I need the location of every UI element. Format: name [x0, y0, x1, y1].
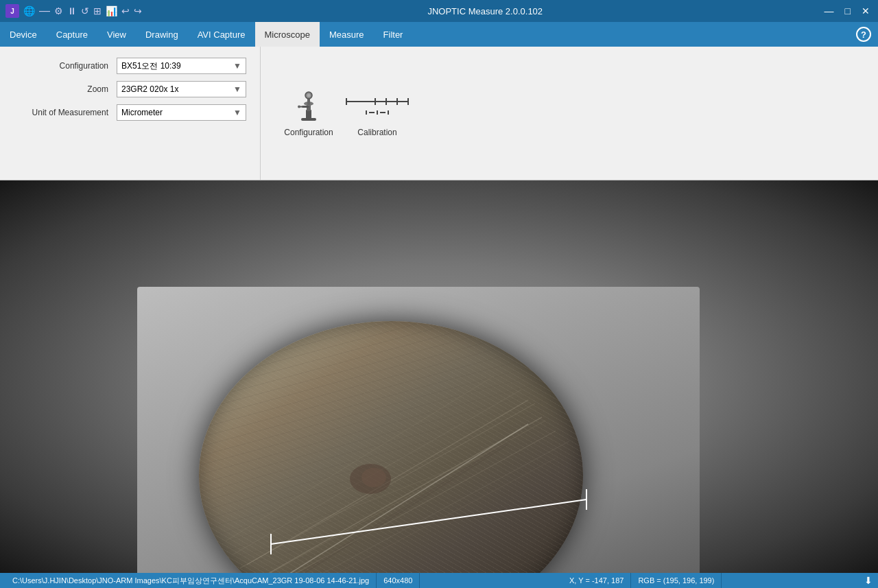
svg-rect-7	[302, 106, 309, 108]
close-button[interactable]: ✕	[859, 5, 873, 16]
menu-filter[interactable]: Filter	[374, 22, 413, 47]
configuration-btn-label: Configuration	[284, 128, 333, 137]
specimen-area	[137, 287, 700, 573]
config-row-configuration: Configuration BX51오전 10:39 ▼	[14, 58, 246, 74]
chart-icon[interactable]: 📊	[106, 5, 117, 16]
configuration-select[interactable]: BX51오전 10:39 ▼	[117, 58, 246, 74]
menubar: Device Capture View Drawing AVI Capture …	[0, 22, 878, 47]
resolution-status: 640x480	[377, 573, 420, 588]
statusbar: C:\Users\J.HJIN\Desktop\JNO-ARM Images\K…	[0, 573, 878, 588]
coords-status: X, Y = -147, 187	[562, 573, 631, 588]
app-icon: J	[5, 4, 19, 18]
config-panel: Configuration BX51오전 10:39 ▼ Zoom 23GR2 …	[0, 47, 878, 180]
config-row-zoom: Zoom 23GR2 020x 1x ▼	[14, 81, 246, 97]
config-right: Configuration	[261, 47, 425, 180]
chevron-down-icon: ▼	[233, 61, 241, 71]
titlebar: J 🌐 — ⚙ ⏸ ↺ ⊞ 📊 ↩ ↪ JNOPTIC Measure 2.0.…	[0, 0, 878, 22]
scroll-arrow-icon[interactable]: ⬇	[864, 575, 873, 586]
configuration-button[interactable]: Configuration	[281, 89, 336, 137]
toolbar-icons: 🌐 — ⚙ ⏸ ↺ ⊞ 📊 ↩ ↪	[23, 5, 142, 17]
undo-icon[interactable]: ↩	[121, 5, 130, 16]
window-controls: — □ ✕	[822, 5, 873, 16]
microscope-icon	[292, 89, 326, 124]
image-area[interactable]: -148 x 187 106.82 μm	[0, 180, 878, 573]
unit-label: Unit of Measurement	[14, 108, 117, 117]
svg-rect-0	[306, 110, 311, 119]
pause-icon[interactable]: ⏸	[67, 5, 77, 16]
chevron-down-icon: ▼	[233, 108, 241, 117]
rgb-status: RGB = (195, 196, 199)	[631, 573, 722, 588]
menu-device[interactable]: Device	[0, 22, 47, 47]
calibration-btn-label: Calibration	[357, 128, 396, 137]
specimen-oval	[199, 321, 583, 573]
calibration-button[interactable]: Calibration	[350, 89, 405, 137]
maximize-button[interactable]: □	[842, 5, 853, 16]
menu-view[interactable]: View	[97, 22, 136, 47]
menu-avi-capture[interactable]: AVI Capture	[188, 22, 255, 47]
filepath-status: C:\Users\J.HJIN\Desktop\JNO-ARM Images\K…	[5, 573, 377, 588]
app-title: JNOPTIC Measure 2.0.0.102	[149, 6, 822, 16]
svg-rect-1	[301, 118, 316, 121]
menu-capture[interactable]: Capture	[47, 22, 97, 47]
config-row-unit: Unit of Measurement Micrometer ▼	[14, 104, 246, 121]
zoom-select[interactable]: 23GR2 020x 1x ▼	[117, 81, 246, 97]
svg-point-6	[307, 94, 311, 97]
grid-icon[interactable]: ⊞	[93, 5, 102, 16]
redo-icon[interactable]: ↪	[134, 5, 142, 16]
config-left: Configuration BX51오전 10:39 ▼ Zoom 23GR2 …	[0, 47, 261, 180]
chevron-down-icon: ▼	[233, 84, 241, 94]
minus-icon[interactable]: —	[39, 5, 50, 17]
menu-measure[interactable]: Measure	[320, 22, 374, 47]
zoom-label: Zoom	[14, 84, 117, 94]
calibration-icon	[360, 89, 394, 124]
minimize-button[interactable]: —	[822, 5, 837, 16]
configuration-label: Configuration	[14, 61, 117, 71]
menu-microscope[interactable]: Microscope	[255, 22, 320, 47]
refresh-icon[interactable]: ↺	[81, 5, 89, 16]
svg-point-9	[298, 106, 300, 108]
unit-select[interactable]: Micrometer ▼	[117, 104, 246, 121]
help-button[interactable]: ?	[856, 27, 871, 42]
gear-icon[interactable]: ⚙	[54, 5, 63, 16]
globe-icon[interactable]: 🌐	[23, 5, 35, 16]
menu-drawing[interactable]: Drawing	[136, 22, 188, 47]
